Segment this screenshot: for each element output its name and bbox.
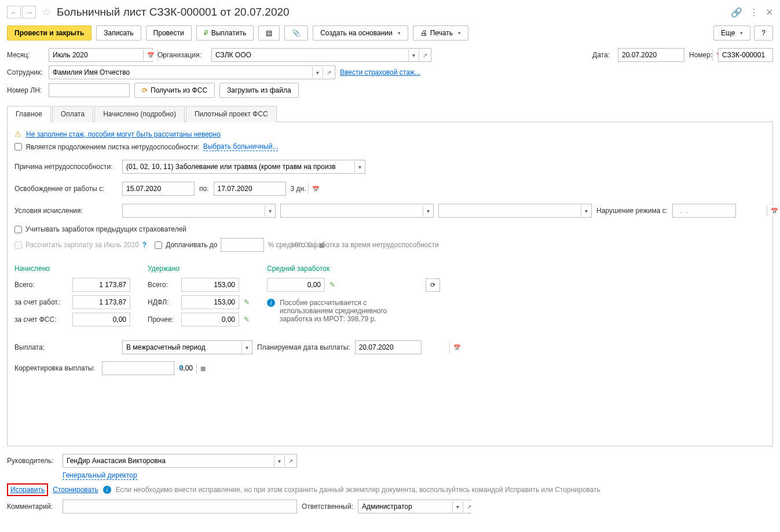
withheld-ndfl-input[interactable] xyxy=(181,295,239,309)
ln-number-input[interactable] xyxy=(49,84,143,97)
info-text: Пособие рассчитывается с использованием … xyxy=(280,299,396,323)
accrued-title: Начислено xyxy=(14,265,130,273)
avg-earnings-title: Средний заработок xyxy=(267,265,440,273)
save-button[interactable]: Записать xyxy=(96,25,141,41)
calc-icon[interactable]: ▦ xyxy=(196,363,209,374)
manager-position-link[interactable]: Генеральный директор xyxy=(63,471,137,480)
month-input[interactable] xyxy=(49,49,143,61)
close-icon[interactable]: ✕ xyxy=(766,7,773,18)
dropdown-icon[interactable]: ▾ xyxy=(408,50,419,61)
open-icon[interactable]: ↗ xyxy=(284,456,296,467)
month-label: Месяц: xyxy=(7,51,44,59)
continuation-checkbox[interactable] xyxy=(14,143,22,151)
reason-label: Причина нетрудоспособности: xyxy=(14,163,118,171)
attachment-button[interactable]: 📎 xyxy=(284,25,308,41)
employer-label: за счет работ.: xyxy=(14,298,68,306)
get-from-fss-button[interactable]: ⟳Получить из ФСС xyxy=(134,83,215,98)
dropdown-icon[interactable]: ▾ xyxy=(354,162,365,173)
reason-input[interactable] xyxy=(123,160,354,173)
nav-back-button[interactable]: ← xyxy=(7,6,21,19)
nav-forward-button[interactable]: → xyxy=(22,6,36,19)
days-count: 3 дн. xyxy=(291,185,306,193)
number-input[interactable] xyxy=(719,49,780,61)
pencil-icon[interactable]: ✎ xyxy=(329,281,335,289)
open-icon[interactable]: ↗ xyxy=(323,67,335,78)
pencil-icon[interactable]: ✎ xyxy=(244,315,250,324)
condition2-input[interactable] xyxy=(281,204,423,217)
tab-payment[interactable]: Оплата xyxy=(52,106,93,122)
calendar-icon[interactable]: 📅 xyxy=(767,206,780,217)
to-label: по: xyxy=(199,185,209,193)
help-button[interactable]: ? xyxy=(754,25,773,41)
load-from-file-button[interactable]: Загрузить из файла xyxy=(219,83,299,98)
dropdown-icon[interactable]: ▾ xyxy=(581,206,591,217)
correction-label: Корректировка выплаты: xyxy=(14,364,97,372)
tab-accrued-detail[interactable]: Начислено (подробно) xyxy=(94,106,185,122)
comment-label: Комментарий: xyxy=(7,502,58,511)
calendar-icon[interactable]: 📅 xyxy=(308,184,323,195)
help-icon[interactable]: ? xyxy=(179,364,183,372)
planned-date-input[interactable] xyxy=(356,341,449,354)
dropdown-icon[interactable]: ▾ xyxy=(423,206,433,217)
total-label: Всего: xyxy=(14,281,68,289)
manager-input[interactable] xyxy=(63,454,274,467)
conditions-label: Условия исчисления: xyxy=(14,207,118,215)
tab-main[interactable]: Главное xyxy=(7,106,51,122)
refresh-button[interactable]: ⟳ xyxy=(426,278,440,292)
accrued-fss-input[interactable] xyxy=(72,313,130,326)
post-button[interactable]: Провести xyxy=(146,25,192,41)
continuation-label: Является продолжением листка нетрудоспос… xyxy=(25,143,200,151)
prev-employers-label: Учитывать заработок предыдущих страховат… xyxy=(25,225,186,233)
withheld-title: Удержано xyxy=(148,265,250,273)
fss-label: за счет ФСС: xyxy=(14,315,68,324)
open-icon[interactable]: ↗ xyxy=(419,50,431,61)
reverse-link[interactable]: Сторнировать xyxy=(53,486,98,494)
employee-label: Сотрудник: xyxy=(7,68,44,76)
correct-link[interactable]: Исправить xyxy=(10,486,45,494)
print-button[interactable]: 🖨Печать xyxy=(413,25,468,41)
warning-icon: ⚠ xyxy=(14,130,21,138)
org-input[interactable] xyxy=(212,49,408,61)
condition1-input[interactable] xyxy=(123,204,265,217)
kebab-menu-icon[interactable]: ⋮ xyxy=(749,7,759,18)
payment-period-input[interactable] xyxy=(123,341,241,354)
link-icon[interactable]: 🔗 xyxy=(731,7,742,18)
info-icon: i xyxy=(103,486,111,494)
accrued-employer-input[interactable] xyxy=(72,295,130,309)
dropdown-icon[interactable]: ▾ xyxy=(241,342,252,353)
violation-label: Нарушение режима с: xyxy=(596,207,668,215)
report-icon-button[interactable]: ▤ xyxy=(258,25,280,41)
responsible-input[interactable] xyxy=(358,500,452,513)
calc-salary-label: Рассчитать зарплату за Июль 2020 xyxy=(25,241,139,249)
withheld-other-input[interactable] xyxy=(181,313,239,326)
post-and-close-button[interactable]: Провести и закрыть xyxy=(7,25,91,41)
pencil-icon[interactable]: ✎ xyxy=(244,298,250,306)
more-button[interactable]: Еще xyxy=(713,25,750,41)
dropdown-icon[interactable]: ▾ xyxy=(274,456,284,467)
violation-date-input[interactable] xyxy=(673,204,767,217)
prev-employers-checkbox[interactable] xyxy=(14,226,22,233)
create-based-on-button[interactable]: Создать на основании xyxy=(313,25,408,41)
seniority-warning-link[interactable]: Не заполнен стаж, пособия могут быть рас… xyxy=(26,130,221,138)
favorite-star-icon[interactable]: ☆ xyxy=(42,6,51,19)
info-icon: i xyxy=(267,299,275,307)
accrued-total-input[interactable] xyxy=(72,278,130,292)
employee-input[interactable] xyxy=(49,66,312,79)
pay-button[interactable]: ₽Выплатить xyxy=(196,25,254,41)
enter-seniority-link[interactable]: Ввести страховой стаж... xyxy=(340,68,420,76)
dropdown-icon[interactable]: ▾ xyxy=(312,67,323,78)
condition3-input[interactable] xyxy=(439,204,581,217)
calendar-icon[interactable]: 📅 xyxy=(143,50,158,61)
dropdown-icon[interactable]: ▾ xyxy=(452,501,463,512)
calendar-icon[interactable]: 📅 xyxy=(449,342,464,353)
planned-date-label: Планируемая дата выплаты: xyxy=(257,343,350,351)
open-icon[interactable]: ↗ xyxy=(463,501,475,512)
avg-earnings-input[interactable] xyxy=(267,278,325,292)
topup-checkbox[interactable] xyxy=(155,241,162,249)
withheld-total-input[interactable] xyxy=(181,278,239,292)
comment-input[interactable] xyxy=(63,500,296,513)
page-title: Больничный лист СЗЗК-000001 от 20.07.202… xyxy=(57,6,727,19)
dropdown-icon[interactable]: ▾ xyxy=(265,206,275,217)
tab-pilot-fss[interactable]: Пилотный проект ФСС xyxy=(186,106,277,122)
select-sick-leave-link[interactable]: Выбрать больничный... xyxy=(203,142,279,151)
